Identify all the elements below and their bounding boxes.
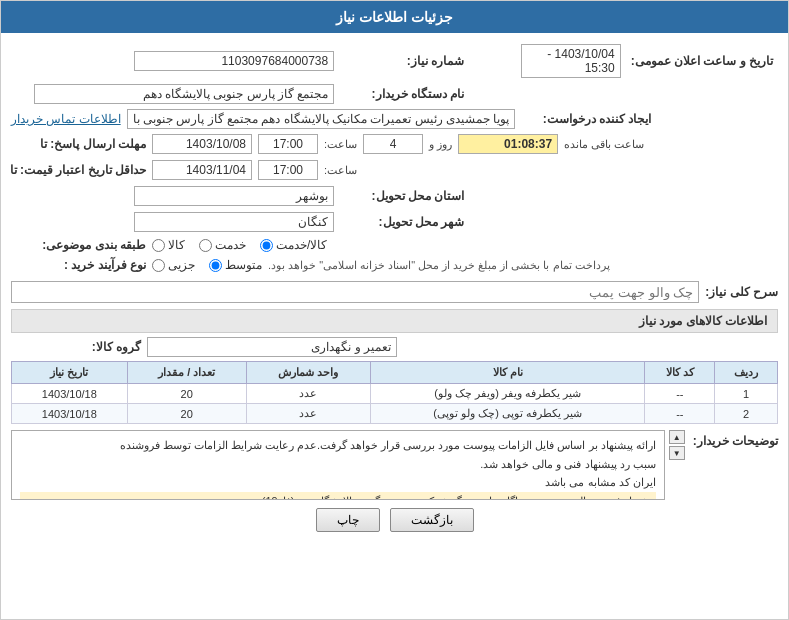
mohlat-time-value: 17:00 <box>258 134 318 154</box>
cell-nam: شیر یکطرفه توپی (چک ولو توپی) <box>370 404 645 424</box>
mohlat-saat-value: 01:08:37 <box>458 134 558 154</box>
farayand-radio-group: متوسط جزیی <box>152 258 262 272</box>
radio-kala-input[interactable] <box>152 239 165 252</box>
radio-jozii-label: جزیی <box>168 258 195 272</box>
cell-nam: شیر یکطرفه ویفر (ویفر چک ولو) <box>370 384 645 404</box>
shomare-value: 1103097684000738 <box>134 51 334 71</box>
radio-kala-label: کالا <box>168 238 185 252</box>
group-label: گروه کالا: <box>11 340 141 354</box>
mohlat-rooz-value: 4 <box>363 134 423 154</box>
farayand-text: پرداخت تمام با بخشی از مبلغ خرید از محل … <box>268 259 610 272</box>
shahr-value: کنگان <box>134 212 334 232</box>
serh-row: سرح کلی نیاز: <box>11 281 778 303</box>
cell-radif: 1 <box>715 384 778 404</box>
shahr-cell: کنگان <box>11 209 339 235</box>
btn-bazgasht[interactable]: بازگشت <box>390 508 474 532</box>
cell-kod: -- <box>645 384 715 404</box>
tabagheh-label: طبقه بندی موضوعی: <box>16 238 146 252</box>
section-kala-title: اطلاعات کالاهای مورد نیاز <box>11 309 778 333</box>
serh-input[interactable] <box>11 281 699 303</box>
haddaqal-time-value: 17:00 <box>258 160 318 180</box>
haddaqal-date-value: 1403/11/04 <box>152 160 252 180</box>
cell-vahed: عدد <box>246 384 370 404</box>
radio-jozii[interactable]: جزیی <box>152 258 195 272</box>
radio-khadamat-label: خدمت <box>215 238 246 252</box>
table-row: 1 -- شیر یکطرفه ویفر (ویفر چک ولو) عدد 2… <box>12 384 778 404</box>
tozih-content: ▲ ▼ ارائه پیشنهاد بر اساس فایل الزامات پ… <box>11 430 685 500</box>
mohlat-rooz-label: روز و <box>429 138 452 151</box>
group-kala-row: تعمیر و نگهداری گروه کالا: <box>11 337 778 357</box>
page-container: جزئیات اطلاعات نیاز تاریخ و ساعت اعلان ع… <box>0 0 789 620</box>
cell-radif: 2 <box>715 404 778 424</box>
cell-tarikh: 1403/10/18 <box>12 404 128 424</box>
ijad-link[interactable]: اطلاعات تماس خریدار <box>11 112 121 126</box>
cell-tedad: 20 <box>127 384 246 404</box>
ijad-value: پویا جمشیدی رئیس تعمیرات مکانیک پالایشگا… <box>127 109 516 129</box>
ostan-value: بوشهر <box>134 186 334 206</box>
col-tedad: تعداد / مقدار <box>127 362 246 384</box>
shomare-label: شماره نیاز: <box>339 41 469 81</box>
radio-jozii-input[interactable] <box>152 259 165 272</box>
ijad-label: ایجاد کننده درخواست: <box>521 112 651 126</box>
col-tarikh: تاریخ نیاز <box>12 362 128 384</box>
haddaqal-label: حداقل تاریخ اعتبار قیمت: تا <box>16 163 146 177</box>
col-vahed: واحد شمارش <box>246 362 370 384</box>
scroll-up-btn[interactable]: ▲ <box>669 430 685 444</box>
scroll-arrows: ▲ ▼ <box>669 430 685 460</box>
buttons-row: بازگشت چاپ <box>11 508 778 532</box>
tozih-scrollbox[interactable]: ارائه پیشنهاد بر اساس فایل الزامات پیوست… <box>11 430 665 500</box>
haddaqal-time-label: ساعت: <box>324 164 357 177</box>
nam-dastgah-value: مجتمع گاز پارس جنوبی پالایشگاه دهم <box>34 84 334 104</box>
radio-motevaset[interactable]: متوسط <box>209 258 262 272</box>
page-title: جزئیات اطلاعات نیاز <box>336 9 453 25</box>
ostan-label: استان محل تحویل: <box>339 183 469 209</box>
tabagheh-radio-group: کالا/خدمت خدمت کالا <box>152 238 327 252</box>
mohlat-label: مهلت ارسال پاسخ: تا <box>16 137 146 151</box>
group-value: تعمیر و نگهداری <box>147 337 397 357</box>
page-header: جزئیات اطلاعات نیاز <box>1 1 788 33</box>
serh-label: سرح کلی نیاز: <box>705 285 778 299</box>
kala-table: ردیف کد کالا نام کالا واحد شمارش تعداد /… <box>11 361 778 424</box>
col-radif: ردیف <box>715 362 778 384</box>
radio-khadamat[interactable]: خدمت <box>199 238 246 252</box>
radio-kala-khadamat-input[interactable] <box>260 239 273 252</box>
radio-khadamat-input[interactable] <box>199 239 212 252</box>
tozih-label: توضیحات خریدار: <box>693 434 778 448</box>
cell-vahed: عدد <box>246 404 370 424</box>
info-table: تاریخ و ساعت اعلان عمومی: 1403/10/04 - 1… <box>11 41 778 275</box>
col-kod: کد کالا <box>645 362 715 384</box>
tarikh-label: تاریخ و ساعت اعلان عمومی: <box>626 41 778 81</box>
ostan-cell: بوشهر <box>11 183 339 209</box>
radio-motevaset-label: متوسط <box>225 258 262 272</box>
tarikh-value-cell: 1403/10/04 - 15:30 <box>509 41 625 81</box>
main-content: تاریخ و ساعت اعلان عمومی: 1403/10/04 - 1… <box>1 33 788 544</box>
col-nam: نام کالا <box>370 362 645 384</box>
radio-motevaset-input[interactable] <box>209 259 222 272</box>
mohlat-saat-label: ساعت باقی مانده <box>564 138 644 151</box>
shomare-value-cell: 1103097684000738 <box>11 41 339 81</box>
scroll-down-btn[interactable]: ▼ <box>669 446 685 460</box>
radio-kala[interactable]: کالا <box>152 238 185 252</box>
cell-tarikh: 1403/10/18 <box>12 384 128 404</box>
radio-kala-khadamat[interactable]: کالا/خدمت <box>260 238 327 252</box>
mohlat-time-label2: ساعت: <box>324 138 357 151</box>
now-farayand-label: نوع فرآیند خرید : <box>16 258 146 272</box>
cell-tedad: 20 <box>127 404 246 424</box>
tozih-row: توضیحات خریدار: ▲ ▼ ارائه پیشنهاد بر اسا… <box>11 430 778 500</box>
cell-kod: -- <box>645 404 715 424</box>
btn-chap[interactable]: چاپ <box>316 508 380 532</box>
nam-dastgah-label: نام دستگاه خریدار: <box>339 81 469 107</box>
shahr-label: شهر محل تحویل: <box>339 209 469 235</box>
table-row: 2 -- شیر یکطرفه توپی (چک ولو توپی) عدد 2… <box>12 404 778 424</box>
tarikh-value: 1403/10/04 - 15:30 <box>521 44 621 78</box>
radio-kala-khadamat-label: کالا/خدمت <box>276 238 327 252</box>
mohlat-date-value: 1403/10/08 <box>152 134 252 154</box>
nam-dastgah-cell: مجتمع گاز پارس جنوبی پالایشگاه دهم <box>11 81 339 107</box>
